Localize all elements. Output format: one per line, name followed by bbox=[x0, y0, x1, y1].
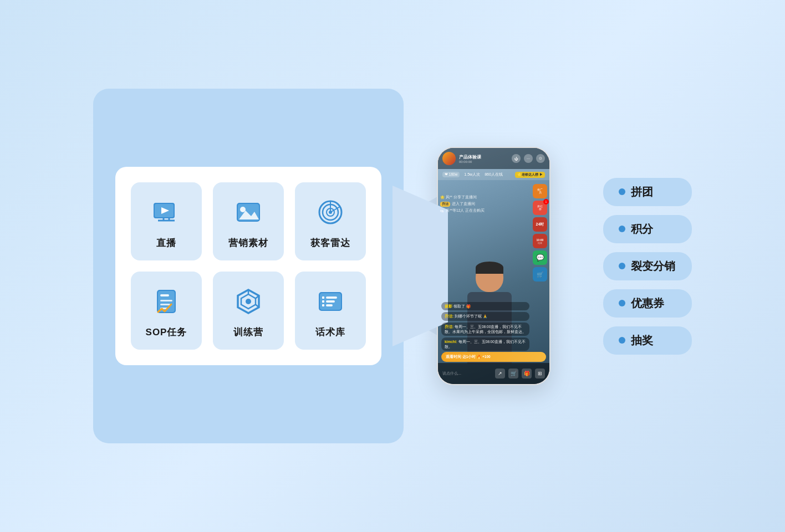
person-hair bbox=[476, 262, 503, 274]
viewers-count: 1.5w人次 bbox=[464, 172, 480, 177]
svg-point-24 bbox=[246, 299, 251, 304]
record-icon[interactable]: ⊙ bbox=[536, 154, 545, 163]
live-time: 00:00:00 bbox=[459, 160, 508, 163]
tag-liebian-label: 裂变分销 bbox=[631, 259, 675, 274]
grid-item-radar[interactable]: 获客雷达 bbox=[295, 182, 366, 260]
hexagon-icon bbox=[232, 285, 265, 318]
share-icon[interactable]: ↗ bbox=[495, 369, 505, 378]
tag-choujiang-label: 抽奖 bbox=[631, 333, 653, 348]
checklist-icon bbox=[150, 285, 183, 318]
tag-jifen-label: 积分 bbox=[631, 222, 653, 237]
grid-item-sop[interactable]: SOP任务 bbox=[131, 272, 202, 350]
chat-text-0: 领取了 🎁 bbox=[453, 304, 471, 308]
activity-item-2: 🛍 兵**等12人 正在去购买 bbox=[440, 208, 485, 213]
phone-top-bar: 产品体验课 00:00:00 ⏻ ··· ⊙ bbox=[438, 148, 549, 169]
grid-item-marketing-label: 营销素材 bbox=[228, 237, 268, 249]
activity-tag-1: 乔洁 bbox=[440, 202, 450, 207]
image-icon bbox=[232, 196, 265, 229]
grid-item-training[interactable]: 训练营 bbox=[213, 272, 284, 350]
live-info: 产品体验课 00:00:00 bbox=[459, 154, 508, 163]
phone-section: 产品体验课 00:00:00 ⏻ ··· ⊙ ❤ 160w 1.5w人次 860… bbox=[437, 147, 559, 385]
phone-mockup: 产品体验课 00:00:00 ⏻ ··· ⊙ ❤ 160w 1.5w人次 860… bbox=[437, 147, 550, 385]
svg-rect-20 bbox=[160, 304, 170, 305]
red-badge-1: 1 bbox=[543, 199, 549, 204]
live-name-label: 产品体验课 bbox=[459, 154, 508, 160]
online-count: 860人在线 bbox=[485, 172, 503, 177]
svg-rect-34 bbox=[322, 304, 324, 306]
timer-10[interactable]: 10:00 结束 bbox=[533, 234, 547, 248]
svg-rect-19 bbox=[160, 300, 172, 301]
tag-youhuiquan[interactable]: 优惠券 bbox=[603, 289, 692, 318]
fans-count: ❤ 160w bbox=[442, 172, 460, 177]
right-panel: 拼团 积分 裂变分销 优惠券 抽奖 bbox=[603, 178, 692, 355]
tag-liebian[interactable]: 裂变分销 bbox=[603, 252, 692, 280]
phone-right-icons: 推广员 拼社群 1 24时 10:00 结束 bbox=[533, 184, 547, 282]
cart-icon[interactable]: 🛒 bbox=[508, 369, 518, 378]
menu-icon[interactable]: ··· bbox=[524, 154, 533, 163]
chat-username-0: 摄影 bbox=[445, 304, 452, 308]
activity-item-1: 乔洁 进入了直播间 bbox=[440, 202, 485, 207]
svg-rect-31 bbox=[326, 296, 337, 299]
live-activity: 🌟 风** 分享了直播间 乔洁 进入了直播间 🛍 兵**等12人 正在去购买 bbox=[440, 195, 485, 213]
chat-input-bar: 说点什么... ↗ 🛒 🎁 ⊞ bbox=[438, 363, 549, 384]
grid-item-script[interactable]: 话术库 bbox=[295, 272, 366, 350]
tag-jifen[interactable]: 积分 bbox=[603, 215, 692, 243]
bottom-notification: 观看时间 达1小时 🔥 +100 bbox=[441, 352, 546, 362]
dot-pintuan bbox=[619, 188, 625, 195]
tag-choujiang[interactable]: 抽奖 bbox=[603, 326, 692, 355]
grid-item-marketing[interactable]: 营销素材 bbox=[213, 182, 284, 260]
video-play-icon bbox=[150, 196, 183, 229]
tag-youhuiquan-label: 优惠券 bbox=[631, 296, 664, 311]
chat-placeholder[interactable]: 说点什么... bbox=[442, 371, 491, 376]
grid-item-sop-label: SOP任务 bbox=[146, 326, 187, 339]
tag-pintuan[interactable]: 拼团 bbox=[603, 178, 692, 206]
list-icon bbox=[314, 285, 347, 318]
dot-liebian bbox=[619, 263, 625, 269]
main-container: 直播 营销素材 bbox=[93, 89, 692, 443]
gift-icon[interactable]: 🎁 bbox=[522, 369, 532, 378]
activity-item-0: 🌟 风** 分享了直播间 bbox=[440, 195, 485, 200]
dot-youhuiquan bbox=[619, 300, 625, 306]
chat-username-2: 乔洁: bbox=[445, 325, 453, 329]
svg-rect-35 bbox=[326, 304, 333, 306]
timer-24h[interactable]: 24时 bbox=[533, 217, 547, 232]
feature-panel: 直播 营销素材 bbox=[93, 89, 404, 443]
chat-text-1: 到哪个环节了呢 🙏 bbox=[455, 314, 487, 318]
grid-item-live[interactable]: 直播 bbox=[131, 182, 202, 260]
grid-item-live-label: 直播 bbox=[156, 237, 176, 249]
chat-username-1: 乔洁: bbox=[445, 314, 453, 318]
svg-rect-18 bbox=[160, 294, 169, 296]
svg-point-8 bbox=[240, 207, 246, 212]
chat-msg-0: 摄影 领取了 🎁 bbox=[441, 302, 529, 310]
wechat-icon[interactable]: 💬 bbox=[533, 250, 547, 265]
avatar bbox=[442, 152, 456, 165]
radar-icon bbox=[314, 196, 347, 229]
grid-item-radar-label: 获客雷达 bbox=[310, 237, 350, 249]
svg-rect-32 bbox=[322, 300, 324, 303]
person-head bbox=[476, 262, 503, 292]
feature-grid: 直播 营销素材 bbox=[115, 167, 381, 365]
phone-controls: ⏻ ··· ⊙ bbox=[512, 154, 545, 163]
grid-item-script-label: 话术库 bbox=[315, 326, 345, 339]
phone-screen: 产品体验课 00:00:00 ⏻ ··· ⊙ ❤ 160w 1.5w人次 860… bbox=[438, 148, 549, 384]
chat-text-2: 每周一、三、五08:00直播，我们不见不散。水果均为上午采摘，全国包邮，新鲜直达… bbox=[445, 325, 526, 334]
dot-choujiang bbox=[619, 337, 625, 344]
promotion-icon[interactable]: 推广员 bbox=[533, 184, 547, 198]
chat-msg-2: 乔洁: 每周一、三、五08:00直播，我们不见不散。水果均为上午采摘，全国包邮，… bbox=[441, 323, 529, 336]
grid-item-training-label: 训练营 bbox=[233, 326, 263, 339]
svg-rect-33 bbox=[326, 300, 335, 303]
chat-msg-3: kimchi: 每周一、三、五08:00直播，我们不见不散。 bbox=[441, 337, 529, 351]
svg-rect-30 bbox=[322, 296, 324, 299]
dot-jifen bbox=[619, 226, 625, 232]
shop-icon[interactable]: 🛒 bbox=[533, 267, 547, 282]
chat-username-3: kimchi: bbox=[445, 340, 457, 344]
grid-icon[interactable]: ⊞ bbox=[535, 369, 545, 378]
power-icon[interactable]: ⏻ bbox=[512, 154, 521, 163]
chat-action-icons: ↗ 🛒 🎁 ⊞ bbox=[495, 369, 545, 378]
viewer-bar: ❤ 160w 1.5w人次 860人在线 ⭐ 老铁达人榜 ▶ bbox=[438, 169, 549, 180]
tag-pintuan-label: 拼团 bbox=[631, 185, 653, 200]
host-badge: ⭐ 老铁达人榜 ▶ bbox=[515, 172, 545, 178]
right-connector bbox=[392, 186, 448, 346]
chat-msg-1: 乔洁: 到哪个环节了呢 🙏 bbox=[441, 312, 529, 320]
